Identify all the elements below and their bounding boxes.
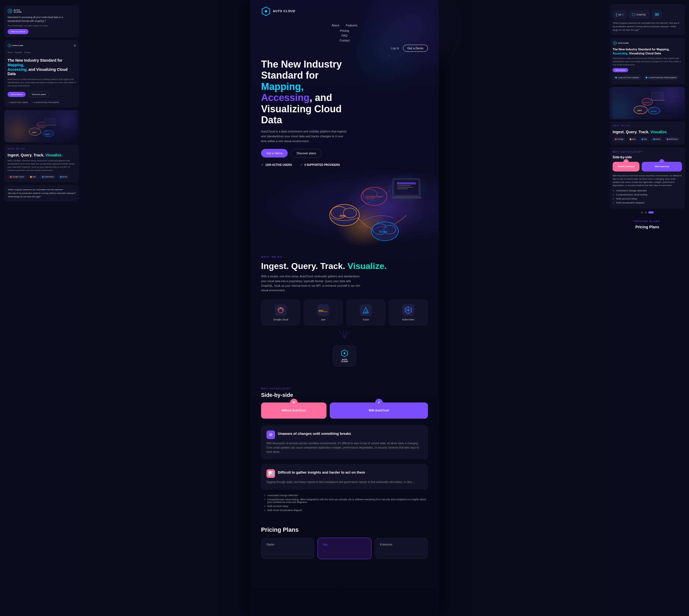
why-autocloud-section: WHY AUTOCLOUD? Side-by-side ✕ Without Au… (250, 379, 439, 521)
sr-chip-azure: ⬤ Azure (651, 137, 663, 141)
svg-line-68 (405, 309, 407, 310)
why-card-2-desc: Digging through static, text-heavy repor… (266, 480, 423, 484)
logo-icon (261, 6, 271, 16)
svg-text:aws: aws (318, 309, 323, 311)
mini-demo-button-left[interactable]: Get a Demo (7, 92, 26, 97)
dot-3[interactable] (648, 211, 654, 214)
nav-faq[interactable]: FAQ (341, 34, 348, 37)
autocloud-center-card: AUTOCLOUD (261, 345, 428, 367)
aws-icon-container: aws (317, 304, 329, 316)
sr-hero-desc: AutoCloud is a data enrichment and visib… (613, 57, 682, 66)
mini-queries-text-left: "What compute instances are reachable fr… (7, 188, 76, 198)
why-card-2: 📊 Difficult to gather insights and harde… (261, 464, 428, 490)
provider-azure: Azure Azure (346, 300, 385, 326)
sr-pricing-label: PRICING PLANS (612, 220, 683, 223)
sr-hero-card: AUTO CLOUD The New Industry Standard for… (609, 38, 685, 84)
cloud-graph-promo: AUTO CLOUD Interested in accessing all y… (4, 5, 79, 38)
hero-discover-button[interactable]: Discover plans (291, 149, 321, 157)
hero-description: AutoCloud is a data enrichment and visib… (261, 129, 347, 144)
what-we-do-description: With a simple, one-time setup, AutoCloud… (261, 274, 363, 293)
main-logo: AUTO CLOUD (261, 6, 295, 16)
sr-demo-button[interactable]: Get a Demo (613, 68, 628, 72)
mini-desc-left: AutoCloud is a data enrichment and visib… (7, 78, 76, 88)
mini-hamburger-icon: ≡ (74, 43, 76, 48)
pricing-card-3: Enterprise (375, 538, 428, 559)
nav-actions: Log In Get a Demo (250, 43, 439, 53)
svg-text:GCloud: GCloud (643, 101, 650, 104)
sr-chip-k8s: ⬤ k8s (639, 137, 649, 141)
aws-icon: aws (318, 307, 328, 313)
hero-buttons: Get a Demo Discover plans (261, 149, 428, 157)
why-card-1-icon: ⚙ (266, 431, 275, 439)
svg-line-75 (344, 330, 351, 338)
nav-pricing[interactable]: Pricing (340, 29, 349, 32)
mini-chip-azure: ⬤ Azure (58, 175, 69, 179)
svg-line-71 (405, 310, 407, 311)
why-card-1-header: ⚙ Unaware of changes until something bre… (266, 431, 423, 439)
svg-text:Azure: Azure (362, 312, 368, 314)
svg-line-74 (344, 330, 347, 338)
cloud-graph-sub: Try CloudGraph, our open source CLI tool… (7, 24, 76, 27)
why-features-list: Automated change detection Comprehensive… (264, 494, 428, 511)
why-section-label: WHY AUTOCLOUD? (261, 387, 428, 390)
provider-gcloud: Google Cloud (261, 300, 301, 326)
feature-4: Multi-cloud visualization diagram (264, 509, 428, 511)
with-label: With AutoCloud (369, 409, 389, 412)
mini-page-left: AUTO CLOUD ≡ AboutFeaturesPricing The Ne… (4, 40, 79, 107)
k8s-name: kubernetes (402, 318, 415, 321)
feature-3: Multi-account setup (264, 505, 428, 507)
mini-providers-left: ⬤ Google Cloud ⬤ aws ⬤ kubernetes ⬤ Azur… (7, 175, 76, 179)
mini-chip-aws: ⬤ aws (28, 175, 38, 179)
why-card-1-title: Unaware of changes until something break… (278, 432, 351, 436)
login-button[interactable]: Log In (391, 47, 399, 50)
mini-what-title-left: Ingest. Query. Track. Visualize. (7, 153, 76, 157)
view-github-button[interactable]: View on Github (7, 29, 28, 34)
sr-features-list: Automated change detection Comprehensive… (613, 189, 682, 204)
without-bar: ✕ Without AutoCloud (261, 402, 327, 419)
dot-2[interactable] (645, 211, 647, 214)
hero-stat-providers: ✓ 4 SUPPORTED PROVIDERS (300, 163, 340, 167)
mini-what-we-do-left: WHAT WE DO Ingest. Query. Track. Visuali… (4, 145, 79, 182)
svg-point-59 (280, 308, 281, 309)
hero-demo-button[interactable]: Get a Demo (261, 149, 288, 157)
sr-graphql-chip: ⬡ GraphQL (629, 10, 649, 19)
nav-demo-button[interactable]: Get a Demo (403, 45, 428, 52)
graphql-icon: ⬡ (632, 13, 635, 17)
mini-stat1-left: ✓ 1200 ACTIVE USERS (7, 102, 28, 103)
svg-point-65 (407, 309, 409, 311)
sr-comparison-bars: ✕ Without AutoCloud ✓ With AutoCloud (613, 162, 682, 172)
hero-section: The New Industry Standard for Mapping, A… (250, 53, 439, 247)
nav-row-4: Contact (250, 38, 439, 43)
sr-without-bar: ✕ Without AutoCloud (613, 162, 640, 172)
nav-about[interactable]: About (332, 24, 339, 27)
azure-name: Azure (362, 318, 369, 321)
mini-discover-button-left[interactable]: Discover plans (28, 91, 49, 97)
nav-features[interactable]: Features (346, 24, 357, 27)
k8s-icon-container (402, 304, 414, 316)
nav-contact[interactable]: Contact (339, 39, 350, 42)
hero-title: The New Industry Standard for Mapping, A… (261, 59, 363, 126)
what-we-do-title: Ingest. Query. Track. Visualize. (261, 261, 428, 271)
svg-text:Azure: Azure (45, 133, 50, 135)
azure-icon-container: Azure (360, 304, 372, 316)
sr-pricing-title: Pricing Plans (612, 225, 683, 229)
mini-stat2-left: ✓ 4 SUPPORTED PROVIDERS (32, 102, 59, 103)
pricing-card-3-label: Enterprise (380, 543, 423, 546)
hero-stats: ✓ 1200 ACTIVE USERS ✓ 4 SUPPORTED PROVID… (261, 163, 428, 167)
sr-what-we-do-label: WHAT WE DO (613, 125, 682, 127)
sr-feature-1: Automated change detection (613, 189, 682, 192)
why-comparison-title: Side-by-side (261, 392, 428, 398)
feature-2: Comprehensive cloud tooling, offers inte… (264, 498, 428, 504)
pricing-card-1-label: Starter (266, 543, 309, 546)
sr-feature-3: Multi-account setup (613, 197, 682, 200)
main-page: AUTO CLOUD About Features Pricing FAQ Co… (250, 0, 439, 616)
why-card-1: ⚙ Unaware of changes until something bre… (261, 425, 428, 460)
mini-cloud-visual-left: aws Azure GCloud (4, 110, 79, 142)
sr-with-bar: ✓ With AutoCloud (642, 162, 682, 172)
gcloud-name: Google Cloud (273, 318, 288, 321)
dot-1[interactable] (641, 211, 643, 214)
sr-visual-1: aws Azure GCloud (609, 87, 685, 119)
with-bar: ✓ With AutoCloud (330, 402, 428, 419)
why-card-2-header: 📊 Difficult to gather insights and harde… (266, 469, 423, 478)
sr-chip-aws: ⬤ aws (627, 137, 638, 141)
